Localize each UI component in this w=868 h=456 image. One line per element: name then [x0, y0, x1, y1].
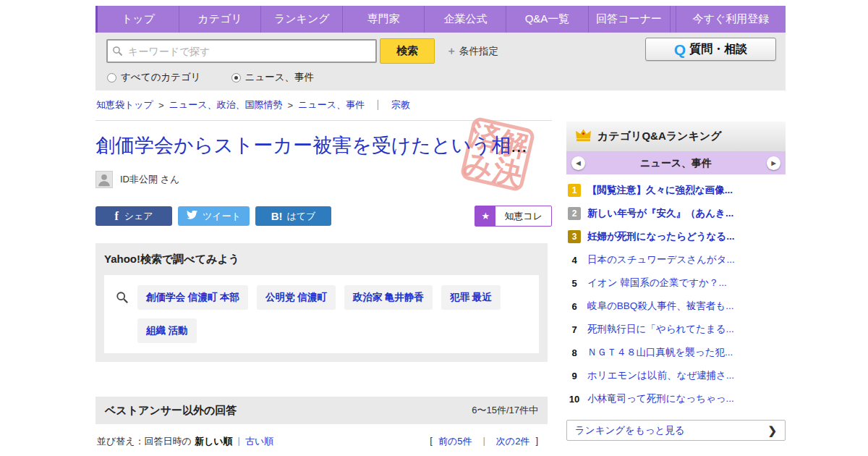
crown-icon [575, 128, 592, 145]
nav-tab-top[interactable]: トップ [98, 6, 179, 33]
radio-icon [107, 73, 116, 83]
question-title[interactable]: 創価学会からストーカー被害を受けたという相... [95, 135, 552, 157]
twitter-bird-icon [187, 211, 203, 222]
other-answers-title: ベストアンサー以外の回答 [105, 404, 237, 418]
search-box [106, 39, 377, 63]
star-icon: ★ [475, 206, 495, 226]
search-button[interactable]: 検索 [380, 38, 435, 64]
ask-question-button[interactable]: Q 質問・相談 [645, 38, 776, 61]
ranking-item-1[interactable]: 1 【閲覧注意】久々に強烈な画像... [566, 179, 786, 202]
author-name[interactable]: ID非公開 さん [120, 173, 179, 186]
plus-icon: ＋ [446, 45, 456, 58]
ranking-header: カテゴリQ&Aランキング [566, 122, 786, 152]
nav-tab-experts[interactable]: 専門家 [343, 6, 425, 33]
search-icon [116, 291, 129, 343]
search-input[interactable] [106, 39, 377, 63]
radio-all-categories[interactable]: すべてのカテゴリ [107, 71, 201, 84]
sort-label: 並び替え：回答日時の [97, 435, 192, 448]
nav-tab-category[interactable]: カテゴリ [179, 6, 261, 33]
q-icon: Q [674, 42, 686, 57]
nav-tab-qa-list[interactable]: Q&A一覧 [506, 6, 588, 33]
breadcrumb-news-incidents[interactable]: ニュース、事件 [298, 98, 365, 111]
sort-row: 並び替え：回答日時の 新しい順 | 古い順 [ 前の5件 | 次の2件 ] [95, 424, 548, 448]
next-category-button[interactable]: ▶ [767, 156, 780, 170]
search-panel: 検索 ＋ 条件指定 Q 質問・相談 すべてのカテゴリ ニュース、事件 [95, 33, 786, 90]
sidebar-ranking: カテゴリQ&Aランキング ◀ ニュース、事件 ▶ 1 【閲覧注意】久々に強烈な画… [566, 122, 786, 441]
radio-checked-icon [231, 73, 241, 83]
share-row: f シェア ツイート B! はてブ ★ 知恵コレ [95, 206, 552, 227]
ranking-item-2[interactable]: 2 新しい年号が『安久』（あんき... [566, 202, 786, 225]
breadcrumb-news-politics[interactable]: ニュース、政治、国際情勢 [169, 98, 283, 111]
ranking-item-10[interactable]: 10 小林竜司って死刑になっちゃっ... [566, 387, 786, 410]
hatena-bookmark-button[interactable]: B! はてブ [255, 206, 331, 226]
main-column: 解済決み 創価学会からストーカー被害を受けたという相... ID非公開 さん f… [95, 120, 552, 448]
suggest-tag[interactable]: 政治家 亀井静香 [344, 285, 433, 310]
suggest-tag[interactable]: 公明党 信濃町 [257, 285, 336, 310]
question-author-row: ID非公開 さん [95, 171, 552, 188]
ranking-item-6[interactable]: 6 岐阜のBBQ殺人事件、被害者も... [566, 295, 786, 318]
ranking-item-3[interactable]: 3 妊婦が死刑になったらどうなる... [566, 225, 786, 248]
facebook-share-button[interactable]: f シェア [95, 206, 172, 226]
ranking-category-bar: ◀ ニュース、事件 ▶ [566, 152, 786, 174]
ranking-item-8[interactable]: 8 ＮＧＴ４８山口真帆を襲った犯... [566, 341, 786, 364]
avatar [95, 171, 113, 188]
yahoo-search-suggest-box: Yahoo!検索で調べてみよう 創価学会 信濃町 本部 公明党 信濃町 政治家 … [95, 243, 548, 362]
prev-category-button[interactable]: ◀ [571, 156, 585, 170]
nav-tab-ranking[interactable]: ランキング [261, 6, 343, 33]
pager-next-link[interactable]: 次の2件 [496, 435, 530, 448]
chevron-right-icon: ❯ [767, 424, 777, 437]
ranking-more-button[interactable]: ランキングをもっと見る ❯ [566, 420, 786, 441]
suggest-tag[interactable]: 犯罪 最近 [441, 285, 501, 310]
nav-tab-register[interactable]: 今すぐ利用登録 [676, 6, 786, 33]
nav-tab-answer-corner[interactable]: 回答コーナー [589, 6, 671, 33]
rank-3-badge: 3 [568, 230, 581, 243]
suggest-tag[interactable]: 創価学会 信濃町 本部 [137, 285, 248, 310]
breadcrumb: 知恵袋トップ > ニュース、政治、国際情勢 > ニュース、事件 宗教 [96, 98, 786, 111]
ranking-item-4[interactable]: 4 日本のスチュワーデスさんがタ... [566, 248, 786, 271]
ranking-category-label: ニュース、事件 [640, 157, 712, 170]
ranking-item-9[interactable]: 9 ホリエモンは以前、なぜ逮捕さ... [566, 364, 786, 387]
pager: [ 前の5件 | 次の2件 ] [430, 435, 538, 448]
nav-tab-official[interactable]: 企業公式 [425, 6, 506, 33]
rank-1-badge: 1 [568, 184, 581, 197]
breadcrumb-religion[interactable]: 宗教 [391, 98, 410, 111]
radio-news-category[interactable]: ニュース、事件 [231, 71, 314, 84]
sort-newest[interactable]: 新しい順 [195, 435, 233, 448]
ranking-title: カテゴリQ&Aランキング [597, 130, 722, 143]
ranking-item-5[interactable]: 5 イオン 韓国系の企業ですか？... [566, 271, 786, 295]
breadcrumb-divider [378, 100, 378, 110]
twitter-tweet-button[interactable]: ツイート [178, 206, 250, 226]
rank-2-badge: 2 [568, 207, 581, 220]
search-icon [112, 46, 123, 59]
breadcrumb-home[interactable]: 知恵袋トップ [96, 98, 153, 111]
advanced-search-link[interactable]: ＋ 条件指定 [446, 45, 498, 58]
suggest-tag[interactable]: 組織 活動 [137, 318, 197, 343]
sort-oldest-link[interactable]: 古い順 [245, 435, 273, 448]
suggest-heading: Yahoo!検索で調べてみよう [104, 253, 539, 266]
hatena-icon: B! [271, 210, 283, 222]
ranking-list: 1 【閲覧注意】久々に強烈な画像... 2 新しい年号が『安久』（あんき... … [566, 174, 786, 410]
facebook-icon: f [114, 210, 118, 223]
chiecolle-button[interactable]: ★ 知恵コレ [475, 206, 552, 227]
other-answers-header: ベストアンサー以外の回答 6〜15件/17件中 [95, 397, 548, 424]
pager-prev-link[interactable]: 前の5件 [438, 435, 472, 448]
top-nav: トップ カテゴリ ランキング 専門家 企業公式 Q&A一覧 回答コーナー 今すぐ… [95, 6, 786, 33]
ranking-item-7[interactable]: 7 死刑執行日に「やられてたまる... [566, 318, 786, 341]
answers-count: 6〜15件/17件中 [472, 404, 538, 417]
